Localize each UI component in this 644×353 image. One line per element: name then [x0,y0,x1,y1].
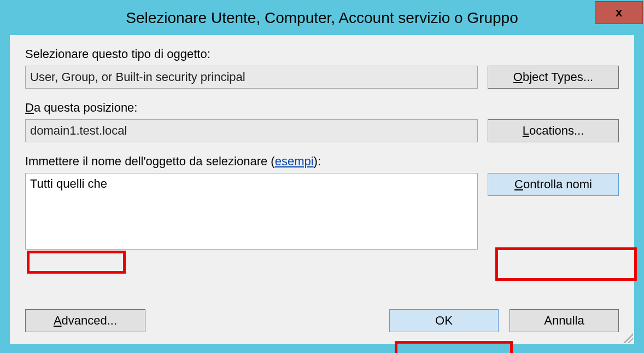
locations-text: ocations... [529,124,584,137]
object-type-row: Object Types... [25,66,619,89]
check-names-mnemonic: C [514,177,523,191]
locations-mnemonic: L [523,124,529,137]
dialog-content: Selezionare questo tipo di oggetto: Obje… [10,35,634,344]
location-label-text: a questa posizione: [34,101,138,114]
locations-button[interactable]: Locations... [488,119,619,142]
object-name-row: Controlla nomi [25,173,619,252]
resize-grip-icon[interactable] [623,333,633,343]
advanced-button[interactable]: Advanced... [25,309,145,332]
object-name-input[interactable] [25,173,478,250]
dialog-title: Selezionare Utente, Computer, Account se… [126,9,518,27]
ok-text: OK [435,314,453,328]
object-types-mnemonic: O [513,70,523,84]
close-button[interactable]: x [595,1,643,24]
object-name-label-post: ): [314,154,321,168]
location-row: Locations... [25,119,619,142]
object-name-label-pre: Immettere il nome dell'oggetto da selezi… [25,154,275,168]
location-label-mnemonic: D [25,101,34,114]
bottom-button-row: Advanced... OK Annulla [25,309,619,332]
object-name-field-wrap [25,173,478,252]
location-label: Da questa posizione: [25,101,619,115]
advanced-mnemonic: A [54,314,62,327]
object-type-label: Selezionare questo tipo di oggetto: [25,47,619,61]
close-icon: x [616,5,622,20]
advanced-text: dvanced... [62,314,118,327]
dialog-window: Selezionare Utente, Computer, Account se… [0,0,644,353]
location-field [25,119,478,142]
examples-link[interactable]: esempi [275,154,314,168]
titlebar: Selezionare Utente, Computer, Account se… [1,1,643,35]
ok-button[interactable]: OK [389,309,499,332]
object-name-label: Immettere il nome dell'oggetto da selezi… [25,154,619,169]
object-types-text: bject Types... [523,70,593,84]
check-names-text: ontrolla nomi [523,177,592,191]
object-type-field-wrap [25,66,478,89]
object-name-group: Immettere il nome dell'oggetto da selezi… [25,154,619,169]
cancel-text: Annulla [544,314,584,328]
object-type-group: Selezionare questo tipo di oggetto: [25,47,619,61]
cancel-button[interactable]: Annulla [510,309,619,332]
object-types-button[interactable]: Object Types... [488,66,619,89]
check-names-button[interactable]: Controlla nomi [488,173,619,196]
location-field-wrap [25,119,478,142]
location-group: Da questa posizione: [25,101,619,115]
object-type-field [25,66,478,89]
